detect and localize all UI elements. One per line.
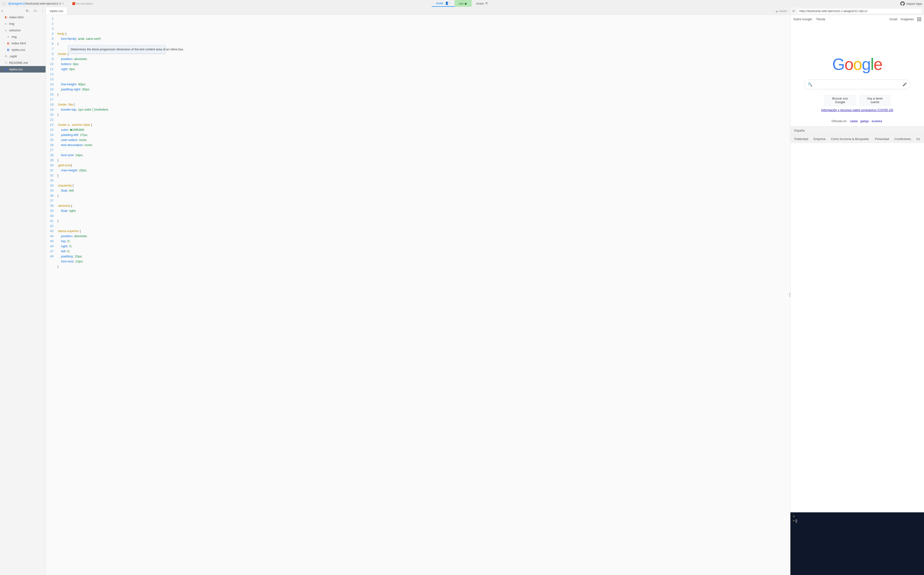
covid-info-link[interactable]: Información y recursos sobre coronavirus… bbox=[790, 108, 924, 112]
footer-country: España bbox=[794, 129, 805, 132]
css-hint-tooltip: Determines the block-progression dimensi… bbox=[68, 45, 165, 54]
pencil-icon[interactable]: ✎ bbox=[62, 2, 64, 5]
file-item[interactable]: ▸img bbox=[0, 21, 46, 27]
file-label: img bbox=[11, 35, 17, 38]
file-item[interactable]: ◧styles.css⋮ bbox=[0, 66, 46, 73]
avatar[interactable] bbox=[2, 2, 6, 6]
import-repo-button[interactable]: import repo bbox=[900, 2, 922, 6]
new-file-icon[interactable]: 🗎₊ bbox=[25, 9, 30, 13]
file-label: index.html bbox=[9, 16, 23, 19]
run-button[interactable]: run ▶ bbox=[455, 0, 472, 7]
username-link[interactable]: @awagner12 bbox=[8, 2, 25, 5]
footer-link[interactable]: Privacidad bbox=[875, 137, 889, 141]
new-folder-icon[interactable]: 🗀₊ bbox=[33, 9, 38, 13]
lang-link[interactable]: galego bbox=[860, 119, 869, 123]
file-item[interactable]: ⓘREADME.md bbox=[0, 60, 46, 66]
editor-tab[interactable]: styles.css bbox=[46, 7, 67, 15]
offered-languages: Ofrecido en: català galego euskera bbox=[790, 119, 924, 123]
google-footer: España Publicidad Empresa Cómo funciona … bbox=[790, 126, 924, 143]
search-button[interactable]: Buscar con Google bbox=[824, 94, 857, 106]
app-topbar: @awagner12/bootcamp-web-ejercicio1-1 ✎ N… bbox=[0, 0, 924, 7]
html-lang-icon bbox=[72, 2, 75, 5]
file-label: styles.css bbox=[11, 48, 25, 52]
lucky-button[interactable]: Voy a tener suerte bbox=[859, 94, 891, 106]
terminal-prompt: > bbox=[793, 519, 795, 523]
share-button[interactable]: share ⇱ bbox=[472, 0, 492, 7]
saved-indicator: ☁ saved bbox=[772, 10, 790, 13]
cloud-check-icon: ☁ bbox=[775, 10, 778, 13]
footer-link[interactable]: Publicidad bbox=[794, 137, 808, 141]
search-icon: 🔍 bbox=[808, 82, 813, 87]
reload-icon[interactable]: ⟳ bbox=[792, 9, 795, 13]
url-input[interactable] bbox=[797, 8, 922, 14]
file-label: README.md bbox=[9, 61, 28, 65]
terminal[interactable]: > > bbox=[790, 512, 924, 575]
g-link-gmail[interactable]: Gmail bbox=[889, 17, 897, 21]
g-link-images[interactable]: Imágenes bbox=[901, 17, 914, 21]
g-link-about[interactable]: Sobre Google bbox=[793, 17, 812, 21]
g-link-store[interactable]: Tienda bbox=[816, 17, 825, 21]
footer-link[interactable]: Co bbox=[916, 137, 920, 141]
sidebar-menu-icon[interactable]: ⋮ bbox=[41, 9, 44, 13]
browser-view: Sobre Google Tienda Gmail Imágenes Googl… bbox=[790, 15, 924, 512]
terminal-prompt: > bbox=[793, 515, 795, 518]
code-editor[interactable]: 1234567891011121314151617181920212223242… bbox=[46, 15, 790, 575]
file-item[interactable]: ◧index.html bbox=[0, 40, 46, 46]
lang-link[interactable]: euskera bbox=[872, 119, 882, 123]
top-center-actions: invite 👤⁺ run ▶ share ⇱ bbox=[432, 0, 492, 7]
github-icon bbox=[900, 2, 905, 6]
file-label: index.html bbox=[11, 41, 26, 45]
file-item[interactable]: ◧styles.css bbox=[0, 46, 46, 53]
preview-pane: ⟳ Sobre Google Tienda Gmail Imágenes Goo… bbox=[790, 7, 924, 575]
add-user-icon: 👤⁺ bbox=[445, 2, 450, 5]
file-item[interactable]: ▸solucion bbox=[0, 27, 46, 33]
project-name: /bootcamp-web-ejercicio1-1 bbox=[25, 2, 61, 5]
project-description: No description bbox=[72, 2, 93, 5]
footer-link[interactable]: Cómo funciona la Búsqueda bbox=[831, 137, 869, 141]
footer-link[interactable]: Empresa bbox=[814, 137, 825, 141]
invite-button[interactable]: invite 👤⁺ bbox=[432, 0, 455, 7]
play-icon: ▶ bbox=[465, 2, 467, 5]
google-logo: Google bbox=[832, 55, 882, 73]
google-search-box[interactable]: 🔍 🎤 bbox=[804, 79, 910, 89]
editor-pane: styles.css ☁ saved 123456789101112131415… bbox=[46, 7, 790, 575]
file-item[interactable]: ◧index.html bbox=[0, 14, 46, 21]
terminal-cursor bbox=[795, 519, 797, 523]
lang-link[interactable]: català bbox=[850, 119, 857, 123]
footer-link[interactable]: Condiciones bbox=[894, 137, 911, 141]
file-item[interactable]: ⚙.replit bbox=[0, 53, 46, 60]
file-sidebar: s 🗎₊ 🗀₊ ⋮ ◧index.html▸img▸solucion▸img◧i… bbox=[0, 7, 46, 575]
share-icon: ⇱ bbox=[485, 2, 488, 5]
file-label: img bbox=[9, 22, 14, 25]
file-item[interactable]: ▸img bbox=[0, 33, 46, 40]
file-label: solucion bbox=[9, 29, 21, 32]
file-label: .replit bbox=[9, 54, 17, 58]
mic-icon[interactable]: 🎤 bbox=[903, 83, 907, 86]
apps-grid-icon[interactable] bbox=[917, 17, 921, 21]
sidebar-head-label: s bbox=[2, 9, 3, 13]
file-label: styles.css bbox=[9, 67, 23, 71]
